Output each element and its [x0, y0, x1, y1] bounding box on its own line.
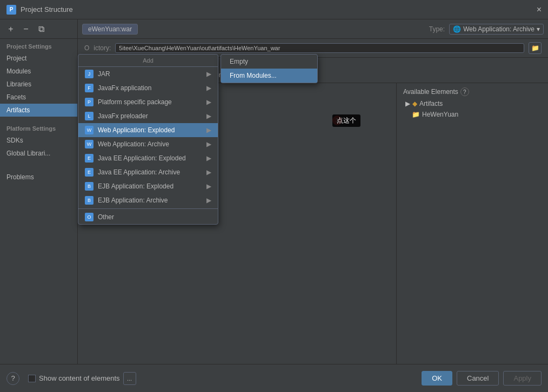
bottom-left: ? [6, 372, 19, 385]
jee-archive-icon: E [85, 168, 93, 177]
help-button[interactable]: ? [6, 372, 19, 385]
add-menu-header: Add [78, 55, 218, 67]
arrow-icon: ▶ [206, 197, 211, 204]
menu-item-web-archive[interactable]: W Web Application: Archive ▶ [78, 137, 218, 151]
output-dir-label: O [84, 44, 89, 52]
add-button[interactable]: + [4, 23, 17, 36]
sidebar-item-artifacts[interactable]: Artifacts [0, 104, 77, 117]
app-icon: P [6, 5, 16, 15]
show-content-label: Show content of elements [39, 374, 120, 382]
menu-item-other[interactable]: O Other [78, 210, 218, 224]
ejb-archive-icon: B [85, 196, 93, 205]
menu-item-javafx-preloader[interactable]: L JavaFx preloader ▶ [78, 109, 218, 123]
web-archive-icon: 🌐 [453, 25, 461, 33]
sidebar-item-problems[interactable]: Problems [0, 171, 77, 184]
tree-item-hewenyuan[interactable]: 📁 HeWenYuan [397, 109, 548, 120]
folder-icon: 📁 [412, 111, 420, 118]
artifact-tab[interactable]: eWenYuan:war [82, 24, 138, 35]
type-select[interactable]: 🌐 Web Application: Archive ▾ [449, 24, 544, 35]
add-menu[interactable]: Add J JAR ▶ F JavaFx application ▶ P Pla… [78, 54, 218, 225]
cancel-button[interactable]: Cancel [457, 371, 499, 386]
right-pane: Available Elements ? ▶ ◆ Artifacts 📁 HeW… [397, 83, 548, 364]
menu-item-java-ee-exploded[interactable]: E Java EE Application: Exploded ▶ [78, 151, 218, 165]
sub-menu[interactable]: Empty From Modules... [220, 54, 318, 83]
sub-menu-empty[interactable]: Empty [221, 55, 317, 69]
menu-item-java-ee-archive[interactable]: E Java EE Application: Archive ▶ [78, 165, 218, 179]
arrow-icon: ▶ [206, 112, 211, 120]
arrow-icon: ▶ [206, 70, 211, 78]
more-options-button[interactable]: ... [123, 372, 136, 385]
remove-button[interactable]: − [19, 23, 32, 36]
sidebar-item-facets[interactable]: Facets [0, 91, 77, 104]
dropdown-arrow-icon: ▾ [537, 25, 540, 33]
menu-item-javafx-app[interactable]: F JavaFx application ▶ [78, 81, 218, 95]
javafx-icon: F [85, 84, 93, 92]
available-elements-header: Available Elements ? [397, 85, 548, 98]
expand-icon: ▶ [405, 100, 410, 107]
arrow-icon: ▶ [206, 140, 211, 148]
menu-item-ejb-archive[interactable]: B EJB Application: Archive ▶ [78, 193, 218, 207]
output-dir-label2: ictory: [93, 44, 111, 52]
preloader-icon: L [85, 112, 93, 120]
content-top-bar: eWenYuan:war Type: 🌐 Web Application: Ar… [78, 19, 548, 39]
sub-menu-from-modules[interactable]: From Modules... [221, 69, 317, 83]
arrow-icon: ▶ [206, 168, 211, 176]
platform-settings-header: Platform Settings [0, 121, 77, 134]
sidebar-item-project[interactable]: Project [0, 52, 77, 65]
jee-exploded-icon: E [85, 154, 93, 163]
bottom-bar: ? Show content of elements ... OK Cancel… [0, 364, 548, 392]
jar-icon: J [85, 70, 93, 78]
close-button[interactable]: × [537, 5, 542, 14]
type-label: Type: [429, 25, 445, 33]
sidebar: + − ⧉ Project Settings Project Modules L… [0, 19, 78, 364]
arrow-icon: ▶ [206, 183, 211, 190]
arrow-icon: ▶ [206, 84, 211, 92]
ejb-exploded-icon: B [85, 182, 93, 191]
web-archive-icon: W [85, 140, 93, 148]
tree-item-artifacts[interactable]: ▶ ◆ Artifacts [397, 98, 548, 109]
bottom-center: Show content of elements ... [28, 372, 136, 385]
arrow-icon: ▶ [206, 154, 211, 162]
sidebar-item-global-libraries[interactable]: Global Librari... [0, 147, 77, 160]
project-settings-header: Project Settings [0, 39, 77, 52]
sidebar-toolbar: + − ⧉ [0, 19, 77, 39]
menu-item-ejb-exploded[interactable]: B EJB Application: Exploded ▶ [78, 179, 218, 193]
apply-button[interactable]: Apply [503, 371, 542, 386]
other-icon: O [85, 213, 93, 221]
web-exploded-icon: W [85, 126, 93, 134]
menu-item-platform-pkg[interactable]: P Platform specific package ▶ [78, 95, 218, 109]
sidebar-item-libraries[interactable]: Libraries [0, 78, 77, 91]
arrow-icon: ▶ [206, 98, 211, 106]
show-content-checkbox[interactable] [28, 375, 36, 382]
title-bar: P Project Structure × [0, 0, 548, 19]
help-icon[interactable]: ? [460, 87, 469, 96]
bottom-right: OK Cancel Apply [422, 371, 542, 386]
browse-dir-button[interactable]: 📁 [529, 42, 542, 54]
artifacts-icon: ◆ [412, 100, 417, 107]
ok-button[interactable]: OK [422, 371, 452, 386]
output-dir-field[interactable]: 5itee\XueChuang\HeWenYuan\out\artifacts\… [115, 43, 524, 53]
menu-item-jar[interactable]: J JAR ▶ [78, 67, 218, 81]
sidebar-item-modules[interactable]: Modules [0, 65, 77, 78]
window-title: Project Structure [21, 5, 73, 13]
arrow-icon: ▶ [206, 126, 211, 134]
platform-icon: P [85, 98, 93, 106]
sidebar-item-sdks[interactable]: SDKs [0, 134, 77, 147]
menu-item-web-exploded[interactable]: W Web Application: Exploded ▶ [78, 123, 218, 137]
copy-button[interactable]: ⧉ [35, 23, 48, 36]
